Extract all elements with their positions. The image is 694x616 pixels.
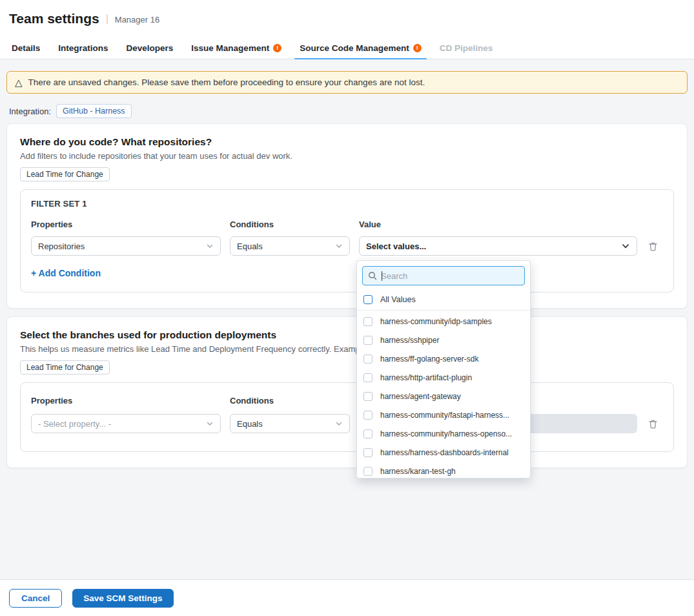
value-option[interactable]: harness/agent-gateway (357, 387, 530, 406)
filter-column-headers: Properties Conditions (31, 396, 663, 406)
value-option-label: harness/harness-dashboards-internal (380, 448, 509, 457)
cancel-button[interactable]: Cancel (9, 589, 62, 608)
lead-time-chip: Lead Time for Change (20, 360, 110, 375)
search-box[interactable] (362, 266, 525, 285)
value-option-label: harness-community/idp-samples (380, 317, 492, 326)
checkbox[interactable] (363, 373, 373, 382)
repositories-card-subtitle: Add filters to include repositories that… (20, 151, 674, 161)
page-title: Team settings (9, 11, 99, 26)
branches-card-title: Select the branches used for production … (20, 329, 674, 341)
all-values-label: All Values (380, 295, 416, 304)
value-option[interactable]: harness-community/harness-openso... (357, 424, 530, 443)
filter-column-headers: Properties Conditions Value (31, 220, 663, 230)
properties-column-header: Properties (31, 396, 221, 406)
tab-label: Source Code Management (300, 43, 409, 53)
footer-actions: Cancel Save SCM Settings (0, 579, 694, 616)
delete-filter-button[interactable] (646, 240, 660, 253)
value-option[interactable]: harness/http-artifact-plugin (357, 368, 530, 387)
unsaved-changes-banner: △ There are unsaved changes. Please save… (6, 71, 688, 94)
banner-message: There are unsaved changes. Please save t… (28, 77, 425, 87)
branches-card: Select the branches used for production … (6, 316, 688, 468)
search-wrap (357, 261, 530, 289)
chevron-down-icon (621, 241, 630, 251)
all-values-checkbox[interactable] (363, 295, 373, 304)
filter-row: - Select property... - Equals (31, 414, 663, 433)
property-select[interactable]: - Select property... - (31, 414, 221, 433)
team-name: Manager 16 (115, 13, 159, 25)
value-option[interactable]: harness-community/idp-samples (357, 312, 530, 331)
checkbox[interactable] (363, 354, 373, 364)
conditions-column-header: Conditions (230, 396, 350, 406)
value-option[interactable]: harness-community/fastapi-harness... (357, 406, 530, 424)
checkbox[interactable] (363, 392, 373, 401)
value-column-header: Value (359, 220, 637, 230)
properties-column-header: Properties (31, 220, 221, 230)
checkbox[interactable] (363, 467, 373, 476)
search-icon (368, 271, 377, 280)
add-condition-link[interactable]: + Add Condition (31, 267, 101, 279)
value-option-label: harness/ff-golang-server-sdk (380, 354, 479, 364)
tab-label: Integrations (58, 43, 108, 53)
save-scm-settings-button[interactable]: Save SCM Settings (72, 589, 173, 608)
filter-row: Repositories Equals Select values... (31, 236, 663, 256)
value-option-label: harness/agent-gateway (380, 392, 461, 401)
conditions-column-header: Conditions (230, 220, 350, 230)
checkbox[interactable] (363, 429, 373, 438)
value-options-list: harness-community/idp-samples harness/ss… (357, 312, 530, 478)
warning-badge-icon: ! (413, 44, 422, 52)
value-option-label: harness/karan-test-gh (380, 467, 456, 476)
branches-filter-panel: Properties Conditions - Select property.… (20, 382, 674, 452)
value-option[interactable]: harness/sshpiper (357, 331, 530, 349)
chevron-down-icon (206, 242, 214, 250)
chevron-down-icon (335, 420, 343, 427)
search-input[interactable] (381, 271, 519, 281)
checkbox[interactable] (363, 411, 373, 420)
value-option[interactable]: harness/harness-dashboards-internal (357, 443, 530, 462)
value-dropdown: All Values harness-community/idp-samples… (356, 260, 531, 478)
warning-triangle-icon: △ (15, 77, 23, 87)
checkbox[interactable] (363, 317, 373, 326)
warning-badge-icon: ! (273, 44, 281, 52)
tab-label: Issue Management (191, 43, 269, 53)
chevron-down-icon (335, 242, 343, 250)
repositories-card-title: Where do you code? What repositories? (20, 136, 674, 148)
value-option-label: harness-community/fastapi-harness... (380, 411, 509, 420)
value-select[interactable]: Select values... (359, 236, 637, 256)
lead-time-chip: Lead Time for Change (20, 167, 110, 181)
value-option-label: harness-community/harness-openso... (380, 429, 512, 438)
all-values-option[interactable]: All Values (357, 289, 530, 311)
value-option-label: harness/sshpiper (380, 336, 439, 345)
tab-cd-pipelines[interactable]: CD Pipelines (431, 37, 502, 59)
tab-label: CD Pipelines (440, 43, 493, 53)
checkbox[interactable] (363, 336, 373, 345)
checkbox[interactable] (363, 448, 373, 457)
property-select[interactable]: Repositories (31, 236, 221, 256)
value-option[interactable]: harness/karan-test-gh (357, 462, 530, 478)
value-option[interactable]: harness/ff-golang-server-sdk (357, 349, 530, 368)
integration-row: Integration: GitHub - Harness (9, 104, 688, 118)
condition-select[interactable]: Equals (230, 236, 350, 256)
tab-integrations[interactable]: Integrations (49, 37, 117, 59)
content-area: △ There are unsaved changes. Please save… (0, 59, 694, 579)
chevron-down-icon (206, 420, 214, 427)
repositories-card: Where do you code? What repositories? Ad… (6, 123, 688, 309)
tab-label: Developers (127, 43, 174, 53)
delete-filter-button[interactable] (646, 417, 660, 431)
trash-icon (648, 418, 658, 429)
trash-icon (648, 241, 658, 252)
text-cursor (382, 271, 382, 281)
tab-bar: Details Integrations Developers Issue Ma… (0, 37, 694, 59)
page-header: Team settings | Manager 16 (0, 0, 694, 37)
branches-card-subtitle: This helps us measure metrics like Lead … (20, 344, 674, 354)
filter-set-title: FILTER SET 1 (31, 199, 663, 209)
tab-label: Details (12, 43, 40, 53)
condition-select[interactable]: Equals (230, 414, 350, 433)
team-settings-page: Team settings | Manager 16 Details Integ… (0, 0, 694, 616)
tab-details[interactable]: Details (3, 37, 49, 59)
filter-set-1-panel: FILTER SET 1 Properties Conditions Value… (20, 189, 674, 293)
tab-issue-management[interactable]: Issue Management ! (182, 37, 291, 59)
integration-chip[interactable]: GitHub - Harness (56, 104, 132, 118)
tab-source-code-management[interactable]: Source Code Management ! (291, 37, 431, 59)
value-option-label: harness/http-artifact-plugin (380, 373, 472, 382)
tab-developers[interactable]: Developers (117, 37, 183, 59)
